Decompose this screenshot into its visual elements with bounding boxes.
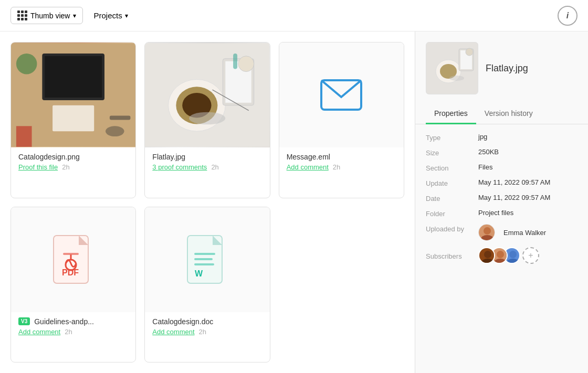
file-thumbnail: W [145,207,269,312]
file-info: Catalogdesign.png Proof this file 2h [11,147,135,177]
svg-rect-27 [194,253,215,255]
file-meta: Add comment 2h [287,163,396,171]
file-thumbnail [279,42,404,147]
file-info: Flatlay.jpg 3 proof comments 2h [145,147,269,177]
svg-point-42 [484,251,491,258]
chevron-down-icon: ▾ [73,12,76,19]
svg-point-48 [509,251,517,258]
thumb-view-button[interactable]: Thumb view ▾ [10,7,83,24]
svg-point-45 [497,251,504,258]
file-meta: Proof this file 2h [18,163,128,171]
prop-type-value: jpg [478,133,487,141]
file-name: Flatlay.jpg [152,153,262,161]
svg-point-16 [238,56,254,72]
svg-rect-17 [233,54,237,69]
prop-uploaded-by-label: Uploaded by [426,224,473,233]
time-label: 2h [199,328,206,336]
file-thumbnail [11,42,135,147]
prop-type: Type jpg [426,133,578,142]
svg-point-39 [484,227,491,235]
prop-update-value: May 11, 2022 09:57 AM [478,178,550,186]
projects-button[interactable]: Projects ▾ [93,11,128,20]
thumb-view-label: Thumb view [30,12,70,20]
file-info: Catalogdesign.doc Add comment 2h [145,312,269,342]
prop-folder-label: Folder [426,209,473,218]
prop-date-value: May 11, 2022 09:57 AM [478,194,550,201]
uploader-name: Emma Walker [503,229,546,237]
file-meta: 3 proof comments 2h [152,163,262,171]
prop-type-label: Type [426,133,473,142]
prop-size: Size 250KB [426,148,578,157]
file-card-guidelines-pdf[interactable]: PDF V3 Guidelines-andp... Add comment 2h [10,207,136,363]
uploader-avatar [478,224,495,241]
file-thumbnail: PDF [11,207,135,312]
time-label: 2h [62,163,69,171]
svg-rect-28 [194,258,213,260]
prop-subscribers-label: Subscribers [426,251,473,260]
svg-point-4 [16,54,37,74]
add-comment-link[interactable]: Add comment [152,328,194,336]
right-panel: Flatlay.jpg Properties Version history T… [415,31,588,373]
file-name: Catalogdesign.doc [152,317,262,326]
doc-icon: W [186,235,228,284]
svg-rect-29 [194,263,214,265]
svg-point-7 [106,126,124,136]
prop-uploaded-by-value: Emma Walker [478,224,546,241]
prop-folder-value: Project files [478,209,513,217]
prop-subscribers-avatars: + [478,247,539,264]
file-thumbnail [145,42,269,147]
add-comment-link[interactable]: Add comment [287,163,329,171]
prop-folder: Folder Project files [426,209,578,218]
main-layout: Catalogdesign.png Proof this file 2h [0,31,588,373]
tab-properties[interactable]: Properties [426,103,476,124]
svg-rect-6 [110,116,131,120]
email-icon [320,79,362,111]
projects-label: Projects [93,11,122,20]
proof-link[interactable]: Proof this file [18,163,58,171]
file-card-catalogdesign-png[interactable]: Catalogdesign.png Proof this file 2h [10,42,136,198]
svg-text:W: W [195,269,203,278]
prop-date-label: Date [426,194,473,203]
file-meta: Add comment 2h [152,328,262,336]
add-comment-link[interactable]: Add comment [18,328,60,336]
file-card-flatlay-jpg[interactable]: Flatlay.jpg 3 proof comments 2h [144,42,270,198]
panel-file-header: Flatlay.jpg [415,31,588,103]
panel-tabs: Properties Version history [415,103,588,124]
file-info: V3 Guidelines-andp... Add comment 2h [11,312,135,342]
pdf-icon: PDF [52,235,94,284]
flatlay-image-svg [145,42,269,147]
file-grid: Catalogdesign.png Proof this file 2h [0,31,415,373]
uploader-avatar-image [479,225,495,241]
version-badge: V3 [18,317,30,325]
file-name: Guidelines-andp... [34,317,94,326]
svg-rect-2 [45,56,102,98]
grid-icon [17,10,27,20]
panel-file-name: Flatlay.jpg [486,63,528,74]
subscriber-avatar-1 [478,247,495,264]
prop-size-value: 250KB [478,148,499,156]
file-meta: Add comment 2h [18,328,128,336]
prop-size-label: Size [426,148,473,157]
tab-version-history[interactable]: Version history [476,103,541,124]
svg-point-37 [466,48,473,56]
prop-subscribers: Subscribers [426,247,578,264]
file-name: Catalogdesign.png [18,153,128,161]
svg-point-15 [189,112,225,125]
prop-date: Date May 11, 2022 09:57 AM [426,194,578,203]
prop-section-value: Files [478,163,492,171]
svg-text:PDF: PDF [62,268,79,277]
catalog-image-svg [11,42,135,147]
time-label: 2h [333,163,340,171]
file-card-message-eml[interactable]: Message.eml Add comment 2h [279,42,404,198]
header-left: Thumb view ▾ Projects ▾ [10,7,128,24]
properties-table: Type jpg Size 250KB Section Files Update… [415,124,588,272]
svg-rect-3 [52,105,94,131]
add-subscriber-button[interactable]: + [522,247,539,264]
prop-update: Update May 11, 2022 09:57 AM [426,178,578,187]
prop-uploaded-by: Uploaded by Emma Walker [426,224,578,241]
chevron-down-icon: ▾ [125,12,128,19]
file-name: Message.eml [287,153,396,161]
info-button[interactable]: i [558,6,578,26]
file-card-catalogdesign-doc[interactable]: W Catalogdesign.doc Add comment 2h [144,207,270,363]
proof-comments-link[interactable]: 3 proof comments [152,163,207,171]
